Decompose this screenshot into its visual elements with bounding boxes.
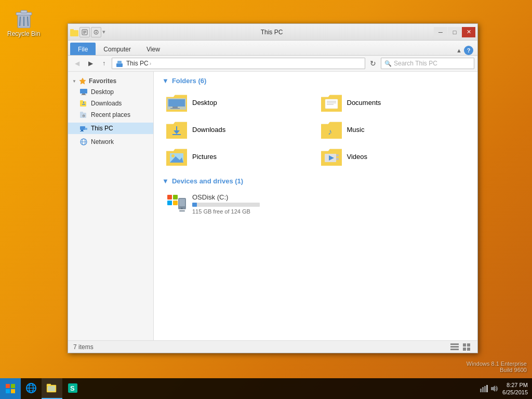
svg-rect-16 [117, 61, 122, 64]
content-area: ▼ Folders (6) [154, 72, 477, 340]
sidebar-desktop-label: Desktop [91, 88, 114, 96]
svg-rect-99 [482, 387, 484, 392]
address-bar: ◀ ▶ ↑ This PC › ↻ 🔍 Search This PC [68, 56, 477, 72]
folder-pictures[interactable]: Pictures [162, 144, 315, 169]
svg-rect-100 [484, 386, 486, 392]
svg-rect-2 [21, 10, 27, 13]
svg-line-3 [20, 17, 20, 26]
svg-marker-17 [79, 78, 86, 84]
svg-rect-77 [450, 343, 459, 345]
favorites-icon [78, 77, 87, 85]
large-icons-view-button[interactable] [462, 343, 472, 351]
folders-grid: Desktop [162, 90, 469, 169]
start-button[interactable] [0, 378, 21, 399]
drive-c[interactable]: OSDisk (C:) 115 GB free of 124 GB [162, 190, 469, 218]
svg-rect-71 [167, 201, 172, 205]
desktop-icon [79, 88, 88, 96]
svg-rect-68 [336, 158, 339, 160]
details-view-button[interactable] [449, 343, 460, 351]
drive-c-name: OSDisk (C:) [192, 193, 260, 201]
win-build: Build 9600 [467, 367, 527, 373]
downloads-folder-icon [166, 120, 187, 139]
folder-videos[interactable]: Videos [317, 144, 470, 169]
favorites-label: Favorites [89, 77, 116, 85]
drive-bar-container [192, 203, 260, 207]
svg-marker-102 [491, 385, 495, 392]
forward-button[interactable]: ▶ [85, 58, 96, 69]
svg-rect-19 [82, 94, 85, 95]
minimize-button[interactable]: ─ [434, 27, 447, 37]
tab-file[interactable]: File [70, 43, 96, 55]
sidebar-item-thispc[interactable]: This PC [68, 123, 153, 134]
sidebar-item-downloads[interactable]: Downloads [68, 98, 153, 109]
music-folder-label: Music [347, 126, 365, 134]
quick-access-icon[interactable] [79, 27, 90, 37]
folders-section-header[interactable]: ▼ Folders (6) [162, 77, 469, 85]
up-button[interactable]: ↑ [98, 58, 110, 69]
taskbar-store[interactable]: S [62, 378, 83, 399]
ribbon-collapse-icon[interactable]: ▲ [456, 47, 462, 54]
sidebar-item-recent[interactable]: Recent places [68, 109, 153, 121]
folder-documents[interactable]: Documents [317, 90, 470, 115]
sidebar: ▼ Favorites [68, 72, 154, 340]
svg-point-14 [96, 30, 96, 31]
network-nav-label: Network [91, 138, 114, 145]
window-title: This PC [110, 29, 434, 36]
refresh-button[interactable]: ↻ [367, 58, 379, 69]
clock-date: 6/25/2015 [502, 389, 528, 396]
network-icon [79, 138, 88, 146]
folder-desktop[interactable]: Desktop [162, 90, 315, 115]
music-folder-icon: ♪ [321, 120, 342, 139]
svg-rect-18 [80, 89, 87, 94]
help-button[interactable]: ? [464, 46, 473, 55]
taskbar: S 8:27 PM 6/25/2015 [0, 378, 532, 399]
sidebar-item-network[interactable]: Network [68, 136, 153, 148]
close-button[interactable]: ✕ [462, 27, 475, 37]
svg-line-5 [28, 17, 28, 26]
svg-rect-74 [179, 199, 185, 206]
svg-rect-85 [11, 384, 15, 388]
drives-section-header[interactable]: ▼ Devices and drives (1) [162, 177, 469, 185]
sidebar-favorites-header[interactable]: ▼ Favorites [68, 76, 153, 86]
svg-rect-20 [81, 95, 86, 95]
this-pc-nav-label: This PC [91, 125, 113, 132]
address-input[interactable]: This PC › [112, 58, 365, 69]
search-box[interactable]: 🔍 Search This PC [381, 58, 474, 69]
ribbon: File Computer View ▲ ? [68, 41, 477, 56]
taskbar-explorer[interactable] [42, 378, 62, 399]
desktop-folder-icon [166, 93, 187, 112]
title-bar-icons: ▾ [70, 27, 105, 37]
recycle-bin[interactable]: Recycle Bin [5, 5, 42, 39]
documents-folder-icon [321, 93, 342, 112]
videos-folder-label: Videos [347, 153, 368, 161]
properties-icon[interactable] [91, 27, 101, 37]
tab-view[interactable]: View [139, 43, 168, 55]
explorer-window: ▾ This PC ─ □ ✕ File Computer View ▲ ? [68, 23, 478, 353]
sidebar-item-desktop[interactable]: Desktop [68, 86, 153, 98]
svg-rect-95 [48, 386, 55, 391]
svg-rect-41 [168, 99, 185, 107]
window-controls: ─ □ ✕ [434, 27, 475, 37]
pictures-folder-icon [166, 147, 187, 166]
taskbar-clock[interactable]: 8:27 PM 6/25/2015 [502, 381, 528, 396]
status-bar: 7 items [68, 340, 477, 353]
this-pc-icon [115, 59, 124, 68]
svg-rect-72 [173, 201, 178, 205]
network-tray-icon [480, 384, 488, 393]
drive-c-space: 115 GB free of 124 GB [192, 208, 260, 215]
pictures-folder-label: Pictures [192, 153, 217, 161]
back-button[interactable]: ◀ [71, 58, 83, 69]
search-placeholder: Search This PC [394, 60, 437, 67]
svg-rect-84 [6, 384, 10, 388]
title-bar: ▾ This PC ─ □ ✕ [68, 24, 477, 41]
folder-downloads[interactable]: Downloads [162, 117, 315, 142]
tab-computer[interactable]: Computer [96, 43, 139, 55]
folder-music[interactable]: ♪ Music [317, 117, 470, 142]
svg-point-75 [181, 207, 183, 209]
sidebar-section-thispc: This PC [68, 123, 153, 134]
svg-rect-27 [80, 112, 83, 114]
drive-bar [192, 203, 197, 207]
maximize-button[interactable]: □ [448, 27, 461, 37]
search-icon: 🔍 [384, 60, 392, 67]
taskbar-ie[interactable] [21, 378, 42, 399]
